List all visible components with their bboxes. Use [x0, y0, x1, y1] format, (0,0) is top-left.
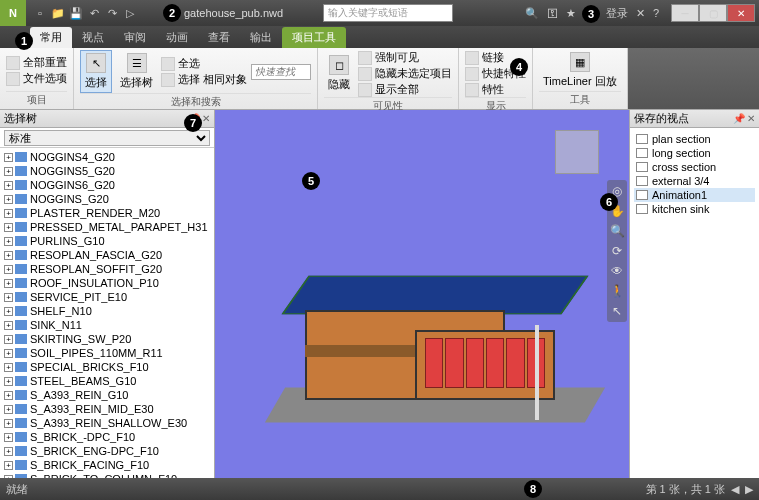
tab-viewpoint[interactable]: 视点	[72, 27, 114, 48]
select-all-button[interactable]: 全选	[161, 56, 247, 71]
hide-unselected-button[interactable]: 隐藏未选定项目	[358, 66, 452, 81]
expand-icon[interactable]: +	[4, 335, 13, 344]
expand-icon[interactable]: +	[4, 377, 13, 386]
user-icon[interactable]: 👤	[582, 7, 600, 20]
new-icon[interactable]: ▫	[32, 5, 48, 21]
tree-item[interactable]: +SKIRTING_SW_P20	[0, 332, 214, 346]
tab-review[interactable]: 审阅	[114, 27, 156, 48]
timeliner-button[interactable]: ▦TimeLiner 回放	[539, 50, 621, 91]
expand-icon[interactable]: +	[4, 167, 13, 176]
select-icon[interactable]: ▷	[122, 5, 138, 21]
tree-item[interactable]: +SPECIAL_BRICKS_F10	[0, 360, 214, 374]
expand-icon[interactable]: +	[4, 251, 13, 260]
tab-animation[interactable]: 动画	[156, 27, 198, 48]
sheet-next-icon[interactable]: ▶	[745, 483, 753, 496]
expand-icon[interactable]: +	[4, 293, 13, 302]
quick-props-button[interactable]: 快捷特性	[465, 66, 526, 81]
key-icon[interactable]: ⚿	[545, 7, 560, 19]
tree-item[interactable]: +ROOF_INSULATION_P10	[0, 276, 214, 290]
star-icon[interactable]: ★	[564, 7, 578, 20]
select-nav-icon[interactable]: ↖	[612, 304, 622, 318]
tree-item[interactable]: +NOGGINS4_G20	[0, 150, 214, 164]
tab-output[interactable]: 输出	[240, 27, 282, 48]
select-tree-button[interactable]: ☰选择树	[116, 51, 157, 92]
expand-icon[interactable]: +	[4, 237, 13, 246]
minimize-button[interactable]: ─	[671, 4, 699, 22]
exchange-icon[interactable]: ✕	[634, 7, 647, 20]
saved-view-item[interactable]: plan section	[634, 132, 755, 146]
pan-icon[interactable]: ✋	[610, 204, 625, 218]
show-all-button[interactable]: 显示全部	[358, 82, 452, 97]
expand-icon[interactable]: +	[4, 475, 13, 479]
file-options-button[interactable]: 文件选项	[6, 71, 67, 86]
tree-item[interactable]: +NOGGINS5_G20	[0, 164, 214, 178]
search-input[interactable]: 输入关键字或短语	[323, 4, 453, 22]
login-link[interactable]: 登录	[604, 6, 630, 21]
saved-view-item[interactable]: long section	[634, 146, 755, 160]
saved-view-item[interactable]: cross section	[634, 160, 755, 174]
expand-icon[interactable]: +	[4, 195, 13, 204]
tree-item[interactable]: +S_BRICK_FACING_F10	[0, 458, 214, 472]
tree-item[interactable]: +RESOPLAN_FASCIA_G20	[0, 248, 214, 262]
tree-item[interactable]: +PURLINS_G10	[0, 234, 214, 248]
expand-icon[interactable]: +	[4, 279, 13, 288]
tree-item[interactable]: +SHELF_N10	[0, 304, 214, 318]
tree-item[interactable]: +PLASTER_RENDER_M20	[0, 206, 214, 220]
expand-icon[interactable]: +	[4, 321, 13, 330]
expand-icon[interactable]: +	[4, 461, 13, 470]
panel-close-icon[interactable]: ✕	[202, 113, 210, 124]
app-icon[interactable]: N	[0, 0, 26, 26]
help-icon[interactable]: ?	[651, 7, 661, 19]
expand-icon[interactable]: +	[4, 405, 13, 414]
saved-view-item[interactable]: kitchen sink	[634, 202, 755, 216]
close-button[interactable]: ✕	[727, 4, 755, 22]
pin-icon[interactable]: 📌	[733, 113, 745, 124]
panel-close-icon[interactable]: ✕	[747, 113, 755, 124]
tree-item[interactable]: +SERVICE_PIT_E10	[0, 290, 214, 304]
open-icon[interactable]: 📁	[50, 5, 66, 21]
tree-item[interactable]: +RESOPLAN_SOFFIT_G20	[0, 262, 214, 276]
expand-icon[interactable]: +	[4, 153, 13, 162]
expand-icon[interactable]: +	[4, 363, 13, 372]
maximize-button[interactable]: ▢	[699, 4, 727, 22]
saved-view-item[interactable]: external 3/4	[634, 174, 755, 188]
steering-wheel-icon[interactable]: ◎	[612, 184, 622, 198]
tab-home[interactable]: 常用	[30, 27, 72, 48]
properties-button[interactable]: 特性	[465, 82, 526, 97]
links-button[interactable]: 链接	[465, 50, 526, 65]
expand-icon[interactable]: +	[4, 447, 13, 456]
tree-mode-select[interactable]: 标准	[4, 130, 210, 146]
expand-icon[interactable]: +	[4, 349, 13, 358]
reset-all-button[interactable]: 全部重置	[6, 55, 67, 70]
force-visible-button[interactable]: 强制可见	[358, 50, 452, 65]
quick-find-input[interactable]	[251, 64, 311, 80]
tree-item[interactable]: +S_A393_REIN_MID_E30	[0, 402, 214, 416]
look-icon[interactable]: 👁	[611, 264, 623, 278]
select-same-button[interactable]: 选择 相同对象	[161, 72, 247, 87]
tree-item[interactable]: +SINK_N11	[0, 318, 214, 332]
tree-item[interactable]: +S_BRICK_TO_COLUMN_F10	[0, 472, 214, 478]
expand-icon[interactable]: +	[4, 209, 13, 218]
pin-icon[interactable]: 📌	[188, 113, 200, 124]
binoculars-icon[interactable]: 🔍	[523, 7, 541, 20]
hide-button[interactable]: ◻隐藏	[324, 53, 354, 94]
tree-item[interactable]: +PRESSED_METAL_PARAPET_H31	[0, 220, 214, 234]
tab-view[interactable]: 查看	[198, 27, 240, 48]
undo-icon[interactable]: ↶	[86, 5, 102, 21]
tree-item[interactable]: +STEEL_BEAMS_G10	[0, 374, 214, 388]
tab-item-tools[interactable]: 项目工具	[282, 27, 346, 48]
tree-item[interactable]: +S_A393_REIN_SHALLOW_E30	[0, 416, 214, 430]
expand-icon[interactable]: +	[4, 419, 13, 428]
sheet-prev-icon[interactable]: ◀	[731, 483, 739, 496]
save-icon[interactable]: 💾	[68, 5, 84, 21]
tree-item[interactable]: +S_BRICK_-DPC_F10	[0, 430, 214, 444]
tree-item[interactable]: +SOIL_PIPES_110MM_R11	[0, 346, 214, 360]
saved-view-item[interactable]: Animation1	[634, 188, 755, 202]
zoom-icon[interactable]: 🔍	[610, 224, 625, 238]
expand-icon[interactable]: +	[4, 433, 13, 442]
expand-icon[interactable]: +	[4, 223, 13, 232]
select-button[interactable]: ↖选择	[80, 50, 112, 93]
tree-item[interactable]: +NOGGINS6_G20	[0, 178, 214, 192]
orbit-icon[interactable]: ⟳	[612, 244, 622, 258]
expand-icon[interactable]: +	[4, 307, 13, 316]
